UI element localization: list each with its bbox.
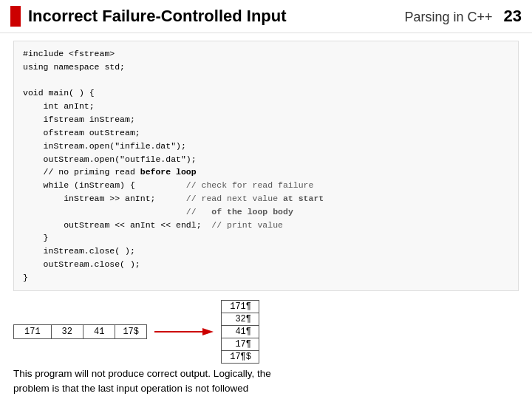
output-cell-3: 41¶ (222, 326, 259, 338)
slide: Incorrect Failure-Controlled Input Parsi… (0, 0, 532, 399)
slide-subtitle: Parsing in C++ 23 (404, 7, 522, 26)
code-line-1: #include <fstream> #include <fstream>usi… (23, 49, 324, 282)
bottom-section: 171 32 41 17$ 171¶ 32¶ 41¶ 17¶ 17¶$ This… (0, 296, 532, 399)
input-cell-2: 32 (52, 325, 83, 338)
output-cell-4: 17¶ (222, 338, 259, 351)
svg-marker-1 (202, 328, 214, 335)
data-arrow (154, 324, 214, 339)
slide-title: Incorrect Failure-Controlled Input (28, 7, 404, 26)
output-cell-5: 17¶$ (222, 351, 259, 363)
comment-4: // print value (211, 220, 283, 230)
description-line1: This program will not produce correct ou… (13, 368, 271, 379)
output-cell-2: 32¶ (222, 313, 259, 326)
description-line2: problem is that the last input operation… (13, 383, 248, 394)
main-content: #include <fstream> #include <fstream>usi… (0, 33, 532, 296)
input-cell-eof: 17$ (115, 325, 146, 338)
comment-2: // read next value at start (186, 194, 324, 203)
input-data-cells: 171 32 41 17$ (13, 324, 147, 339)
code-bold-keyword: before loop (140, 167, 197, 177)
output-data-cells: 171¶ 32¶ 41¶ 17¶ 17¶$ (221, 300, 259, 364)
output-cell-1: 171¶ (222, 301, 259, 313)
code-block: #include <fstream> #include <fstream>usi… (13, 41, 519, 291)
comment-1: // check for read failure (186, 180, 314, 190)
input-cell-1: 171 (14, 325, 52, 338)
subtitle-text: Parsing in C++ (404, 10, 492, 24)
data-visualization-row: 171 32 41 17$ 171¶ 32¶ 41¶ 17¶ 17¶$ (13, 300, 519, 364)
input-cell-3: 41 (83, 325, 115, 338)
slide-number: 23 (504, 7, 522, 25)
header-accent-bar (10, 6, 21, 27)
slide-header: Incorrect Failure-Controlled Input Parsi… (0, 0, 532, 33)
comment-3: // of the loop body (186, 207, 293, 216)
description-text: This program will not produce correct ou… (13, 366, 519, 399)
